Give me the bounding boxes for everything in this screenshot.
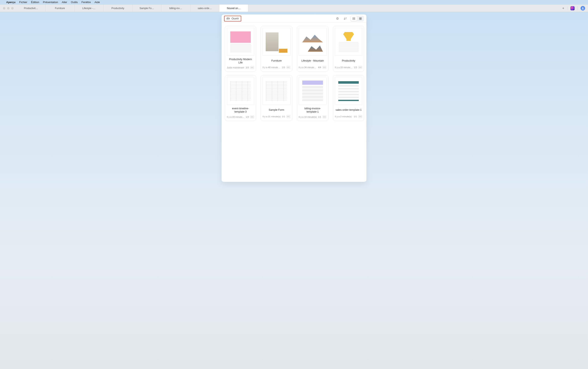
document-meta: Il y a 48 minute…1/5⋯ [262,66,291,69]
document-time: Il y a 34 minute… [299,66,317,69]
svg-rect-5 [359,19,360,20]
document-title: sales-order-template-1 [335,107,362,113]
menu-aller[interactable]: Aller [62,1,67,4]
document-meta: Il y a 33 minute…1/3⋯ [335,66,362,69]
menu-fichier[interactable]: Fichier [19,1,27,4]
document-card[interactable]: ProductivityIl y a 33 minute…1/3⋯ [333,26,364,71]
window-close-button[interactable] [3,7,5,10]
documents-grid: Productivity Modern LifeJuste maintenant… [224,26,364,121]
document-thumbnail [335,77,362,105]
view-grid-button[interactable] [357,16,364,21]
document-thumbnail [227,77,254,105]
document-meta: Il y a 21 minute(s)1/1⋯ [262,115,291,118]
document-card[interactable]: FurnitureIl y a 48 minute…1/5⋯ [261,26,292,71]
document-meta: Juste maintenant3/3⋯ [227,66,254,69]
tab-bar: Productivit…FurnitureLifestyle -…Product… [17,5,559,12]
window-zoom-button[interactable] [11,7,14,10]
document-time: Il y a 33 minute… [335,66,353,69]
document-time: Il y a 21 minute(s) [262,115,281,118]
pin-icon[interactable] [335,16,340,21]
document-meta: Il y a 18 minute(s)1/1⋯ [299,115,327,119]
siri-icon[interactable] [570,6,575,10]
menu-outils[interactable]: Outils [71,1,78,4]
document-more-button[interactable]: ⋯ [322,115,326,119]
document-thumbnail [227,28,254,56]
document-title: Furniture [262,58,291,64]
document-pages: 1/1 [354,115,357,118]
document-card[interactable]: Lifestyle - MountainIl y a 34 minute…4/4… [297,26,328,71]
document-thumbnail [335,28,362,56]
document-pages: 1/3 [354,66,357,69]
document-card[interactable]: event-timeline-template-3Il y a 28 minut… [225,75,256,121]
svg-rect-2 [353,19,355,20]
document-time: Il y a 28 minute… [227,116,244,118]
tab[interactable]: Sample Fo… [132,5,161,12]
view-toggle [350,16,364,21]
window-chrome: Productivit…FurnitureLifestyle -…Product… [0,5,588,12]
document-title: Sample Form [262,107,291,113]
document-pages: 1/1 [282,115,285,118]
document-card[interactable]: billing-invoice-template-1Il y a 18 minu… [297,75,328,121]
document-more-button[interactable]: ⋯ [250,115,254,119]
tab[interactable]: Lifestyle -… [74,5,104,12]
document-more-button[interactable]: ⋯ [286,66,291,69]
document-title: Productivity [335,58,362,64]
traffic-lights [0,7,17,10]
document-more-button[interactable]: ⋯ [358,66,362,69]
svg-rect-4 [361,17,362,18]
document-title: event-timeline-template-3 [227,107,254,113]
document-thumbnail [299,28,327,56]
document-title: billing-invoice-template-1 [299,107,327,113]
document-card[interactable]: sales-order-template-1Il y a 2 minute(s)… [333,75,364,121]
document-more-button[interactable]: ⋯ [250,66,254,69]
tab[interactable]: Productivit… [17,5,45,12]
document-meta: Il y a 34 minute…4/4⋯ [299,66,327,69]
sort-icon[interactable] [342,16,348,21]
menu-aide[interactable]: Aide [94,1,100,4]
document-pages: 3/3 [246,66,249,69]
document-meta: Il y a 28 minute…1/3⋯ [227,115,254,119]
menu-edition[interactable]: Édition [31,1,39,4]
svg-point-0 [582,7,583,8]
open-button[interactable]: Ouvrir [224,16,241,21]
document-time: Il y a 2 minute(s) [335,115,353,118]
document-pages: 4/4 [318,66,321,69]
account-icon[interactable] [580,6,585,10]
document-time: Il y a 18 minute(s) [299,116,317,118]
document-pages: 1/3 [246,116,249,118]
panel-body: Productivity Modern LifeJuste maintenant… [221,23,367,182]
document-time: Il y a 48 minute… [262,66,281,69]
svg-rect-6 [361,19,362,20]
divider [578,6,578,10]
desktop: Ouvrir Productivi [0,12,588,369]
document-more-button[interactable]: ⋯ [322,66,326,69]
document-pages: 1/5 [282,66,285,69]
view-list-button[interactable] [351,16,357,21]
new-tab-button[interactable]: + [559,6,567,10]
document-more-button[interactable]: ⋯ [358,115,362,118]
window-minimize-button[interactable] [7,7,10,10]
menu-presentation[interactable]: Présentation [43,1,58,4]
document-title: Productivity Modern Life [227,58,254,64]
svg-rect-1 [353,18,355,18]
tab[interactable]: Productivity [104,5,132,12]
document-meta: Il y a 2 minute(s)1/1⋯ [335,115,362,118]
folder-open-icon [227,17,230,20]
document-thumbnail [262,77,291,105]
tab[interactable]: sales-orde… [190,5,219,12]
document-time: Juste maintenant [227,66,244,69]
app-menu[interactable]: Aperçu [6,1,16,4]
tab[interactable]: Furniture [45,5,74,12]
document-more-button[interactable]: ⋯ [286,115,291,118]
tab[interactable]: Nouvel on… [219,5,248,12]
document-pages: 1/1 [318,116,321,118]
panel-toolbar: Ouvrir [221,14,367,23]
menu-fenetre[interactable]: Fenêtre [82,1,91,4]
open-button-label: Ouvrir [231,17,239,20]
document-thumbnail [262,28,291,56]
document-thumbnail [299,77,327,105]
macos-menubar: Aperçu Fichier Édition Présentation Alle… [0,0,588,5]
document-card[interactable]: Sample FormIl y a 21 minute(s)1/1⋯ [261,75,292,121]
document-card[interactable]: Productivity Modern LifeJuste maintenant… [225,26,256,71]
tab[interactable]: billing-inv… [161,5,190,12]
